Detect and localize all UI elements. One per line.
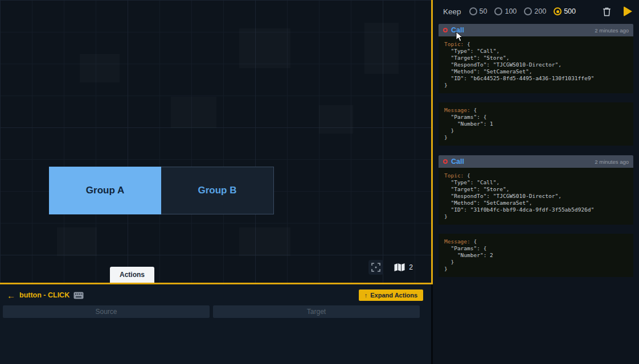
message-title: Call	[451, 158, 464, 166]
code-block-body: { "Type": "Call", "Target": "Store", "Re…	[444, 41, 594, 88]
source-input[interactable]	[3, 305, 210, 318]
keep-option-50[interactable]: 50	[469, 7, 488, 15]
message-list: Call 2 minutes ago Topic: { "Type": "Cal…	[433, 23, 639, 364]
canvas-ghost-node	[80, 54, 120, 82]
code-block: Message: { "Params": { "Number": 2 } }	[439, 234, 633, 277]
radio-icon	[469, 7, 477, 15]
radio-icon	[554, 7, 562, 15]
code-block-label: Topic:	[444, 41, 464, 47]
group-buttons: Group A Group B	[49, 167, 274, 214]
play-button[interactable]	[624, 6, 632, 16]
status-circle-icon	[443, 159, 448, 164]
message-title: Call	[451, 26, 464, 34]
expand-actions-button[interactable]: ↑ Expand Actions	[359, 289, 423, 301]
status-circle-icon	[443, 28, 448, 32]
message-header[interactable]: Call 2 minutes ago	[439, 155, 633, 168]
keep-option-label: 200	[534, 7, 546, 15]
expand-arrow-icon: ↑	[364, 292, 368, 299]
radio-icon	[524, 7, 532, 15]
radio-icon	[494, 7, 502, 15]
back-arrow-icon[interactable]: ←	[7, 291, 15, 300]
keep-option-label: 50	[480, 7, 488, 15]
message-header[interactable]: Call 2 minutes ago	[439, 24, 633, 36]
left-column: Group A Group B Actions	[0, 0, 433, 364]
code-block: Message: { "Params": { "Number": 1 } }	[439, 102, 633, 146]
canvas-ghost-node	[171, 97, 216, 128]
canvas-ghost-node	[57, 228, 97, 256]
message-body: Topic: { "Type": "Call", "Target": "Stor…	[439, 168, 633, 277]
canvas-ghost-node	[239, 228, 290, 256]
keep-label: Keep	[443, 7, 461, 16]
code-block: Topic: { "Type": "Call", "Target": "Stor…	[439, 36, 633, 93]
code-block: Topic: { "Type": "Call", "Target": "Stor…	[439, 168, 633, 225]
keep-options: 50100200500	[469, 7, 576, 15]
keep-option-label: 500	[564, 7, 576, 15]
canvas-controls: 2	[368, 260, 413, 275]
actions-panel-header: ← button - CLICK ↑ Expand Actions	[0, 284, 431, 304]
actions-panel: ← button - CLICK ↑ Expand Actions	[0, 284, 433, 364]
keep-option-500[interactable]: 500	[554, 7, 576, 15]
fit-view-button[interactable]	[368, 260, 383, 275]
keep-option-200[interactable]: 200	[524, 7, 546, 15]
app-root: Group A Group B Actions	[0, 0, 639, 364]
canvas-ghost-node	[364, 23, 399, 74]
clear-log-button[interactable]	[603, 7, 611, 16]
keyboard-icon	[73, 292, 84, 299]
canvas-ghost-node	[239, 28, 290, 68]
group-b-button[interactable]: Group B	[161, 167, 274, 214]
message-log-panel: Keep 50100200500 Call 2 minutes ago Topi…	[433, 0, 639, 364]
code-block-body: { "Type": "Call", "Target": "Store", "Re…	[444, 172, 594, 220]
message-timestamp: 2 minutes ago	[595, 27, 629, 34]
message-body: Topic: { "Type": "Call", "Target": "Stor…	[439, 36, 633, 146]
code-block-label: Topic:	[444, 172, 464, 179]
minimap-button[interactable]: 2	[394, 263, 413, 272]
code-block-label: Message:	[444, 107, 470, 113]
message-timestamp: 2 minutes ago	[595, 159, 629, 165]
target-input[interactable]	[213, 305, 420, 318]
source-target-row	[0, 304, 431, 318]
actions-tab[interactable]: Actions	[110, 267, 154, 283]
trash-icon	[603, 7, 611, 16]
expand-actions-label: Expand Actions	[370, 292, 417, 299]
map-icon	[394, 263, 405, 272]
log-toolbar: Keep 50100200500	[433, 0, 639, 23]
keep-option-100[interactable]: 100	[494, 7, 517, 15]
keep-option-label: 100	[505, 7, 517, 15]
action-title: button - CLICK	[19, 291, 69, 299]
message-card: Call 2 minutes ago Topic: { "Type": "Cal…	[439, 24, 633, 146]
minimap-count: 2	[409, 263, 413, 271]
code-block-label: Message:	[444, 238, 470, 245]
message-card: Call 2 minutes ago Topic: { "Type": "Cal…	[439, 155, 633, 277]
flow-canvas[interactable]: Group A Group B Actions	[0, 0, 433, 284]
fit-view-icon	[371, 263, 380, 272]
canvas-ghost-node	[319, 105, 353, 134]
group-a-button[interactable]: Group A	[49, 167, 161, 214]
